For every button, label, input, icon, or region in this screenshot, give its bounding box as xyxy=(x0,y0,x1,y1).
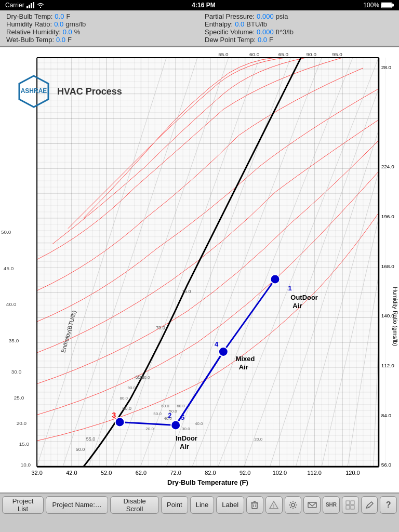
svg-text:45.0: 45.0 xyxy=(4,265,14,271)
svg-text:95.0: 95.0 xyxy=(332,51,342,57)
data-header: Dry-Bulb Temp: 0.0 F Humidity Ratio: 0.0… xyxy=(0,10,399,46)
svg-text:112.0: 112.0 xyxy=(381,363,394,368)
line-button[interactable]: Line xyxy=(190,496,215,514)
svg-text:80.0: 80.0 xyxy=(120,396,128,401)
dry-bulb-row: Dry-Bulb Temp: 0.0 F xyxy=(6,12,194,20)
partial-pressure-value: 0.000 xyxy=(257,12,274,20)
point-3[interactable] xyxy=(115,418,125,427)
svg-rect-5 xyxy=(392,4,394,7)
svg-text:120.0: 120.0 xyxy=(345,470,360,476)
svg-text:4: 4 xyxy=(215,340,219,348)
svg-text:30.0: 30.0 xyxy=(182,427,190,431)
settings-button[interactable] xyxy=(285,496,302,514)
svg-text:84.0: 84.0 xyxy=(381,413,392,418)
svg-text:50.0: 50.0 xyxy=(76,447,85,452)
dew-point-row: Dew Point Temp: 0.0 F xyxy=(205,36,393,44)
svg-text:InDoor: InDoor xyxy=(176,434,197,442)
svg-text:92.0: 92.0 xyxy=(240,470,250,476)
pen-button[interactable] xyxy=(361,496,378,514)
svg-text:55.0: 55.0 xyxy=(218,51,229,57)
toolbar: Project List Project Name:… Disable Scro… xyxy=(0,493,399,516)
warning-icon: ! xyxy=(269,500,278,510)
chart-area[interactable]: ASHRAE HVAC Process xyxy=(0,46,399,493)
specific-volume-row: Specific Volume: 0.000 ft^3/lb xyxy=(205,28,393,36)
psychrometric-chart[interactable]: 32.0 42.0 52.0 62.0 72.0 82.0 92.0 102.0… xyxy=(0,47,399,493)
svg-rect-227 xyxy=(346,506,350,509)
dew-point-label: Dew Point Temp: xyxy=(205,36,256,44)
gear-icon xyxy=(288,500,298,510)
specific-volume-value: 0.000 xyxy=(257,28,274,36)
svg-text:56.0: 56.0 xyxy=(381,462,392,468)
point-mixed[interactable] xyxy=(219,347,228,356)
svg-text:50.0: 50.0 xyxy=(153,411,162,416)
svg-text:40.0: 40.0 xyxy=(164,416,172,421)
humidity-ratio-unit: grns/lb xyxy=(65,20,86,28)
svg-text:Mixed: Mixed xyxy=(236,355,255,363)
trash-icon xyxy=(250,500,259,510)
wifi-icon xyxy=(37,2,44,8)
svg-text:112.0: 112.0 xyxy=(308,470,322,476)
svg-text:1: 1 xyxy=(288,284,291,292)
svg-text:40.0: 40.0 xyxy=(6,301,17,307)
svg-text:65.0: 65.0 xyxy=(278,51,289,57)
svg-text:15.0: 15.0 xyxy=(19,441,30,447)
svg-text:62.0: 62.0 xyxy=(136,470,147,476)
svg-text:20.0: 20.0 xyxy=(17,420,27,426)
svg-rect-6 xyxy=(381,3,392,7)
svg-text:Dry-Bulb Temperature (F): Dry-Bulb Temperature (F) xyxy=(167,478,248,486)
dry-bulb-unit: F xyxy=(66,12,70,20)
grid-icon xyxy=(345,500,355,510)
point-button[interactable]: Point xyxy=(161,496,188,514)
humidity-ratio-row: Humidity Ratio: 0.0 grns/lb xyxy=(6,20,194,28)
chart-title: HVAC Process xyxy=(57,86,122,97)
svg-point-223 xyxy=(291,503,295,507)
grid-button[interactable] xyxy=(342,496,359,514)
signal-icon xyxy=(26,2,35,8)
svg-text:196.0: 196.0 xyxy=(381,214,394,219)
shr-button[interactable]: SHR xyxy=(323,496,340,514)
disable-scroll-button[interactable]: Disable Scroll xyxy=(110,496,159,514)
ashrae-hex-icon: ASHRAE xyxy=(16,73,52,110)
partial-pressure-label: Partial Pressure: xyxy=(205,12,255,20)
project-list-button[interactable]: Project List xyxy=(2,496,44,514)
battery-icon xyxy=(381,2,394,8)
trash-button[interactable] xyxy=(246,496,263,514)
svg-text:28.0: 28.0 xyxy=(381,64,392,70)
point-outdoor[interactable] xyxy=(271,274,280,284)
dew-point-unit: F xyxy=(269,36,273,44)
battery-percent: 100% xyxy=(363,2,379,9)
humidity-ratio-label: Humidity Ratio: xyxy=(6,20,52,28)
point-indoor[interactable] xyxy=(171,420,180,430)
mail-button[interactable] xyxy=(303,496,321,514)
svg-text:168.0: 168.0 xyxy=(381,263,394,269)
svg-text:20.0: 20.0 xyxy=(255,437,263,442)
svg-text:Air: Air xyxy=(180,443,189,450)
svg-text:3: 3 xyxy=(112,411,116,419)
svg-text:Humidity Ratio (gms/lb): Humidity Ratio (gms/lb) xyxy=(392,287,398,346)
svg-text:60.0: 60.0 xyxy=(177,404,185,408)
specific-volume-unit: ft^3/lb xyxy=(276,28,294,36)
svg-text:32.0: 32.0 xyxy=(31,470,42,476)
enthalpy-label: Enthalpy: xyxy=(205,20,233,28)
svg-text:100.0: 100.0 xyxy=(139,375,150,380)
label-button[interactable]: Label xyxy=(216,496,244,514)
svg-text:60.0: 60.0 xyxy=(123,406,131,411)
svg-text:90.0: 90.0 xyxy=(307,51,317,57)
status-bar: Carrier 4:16 PM 100% xyxy=(0,0,399,10)
svg-text:60.0: 60.0 xyxy=(161,404,169,408)
svg-rect-226 xyxy=(351,501,354,504)
project-name-button[interactable]: Project Name:… xyxy=(46,496,108,514)
pen-icon xyxy=(365,500,374,510)
relative-humidity-value: 0.0 xyxy=(63,28,72,36)
svg-text:75.0: 75.0 xyxy=(182,289,191,294)
svg-text:ASHRAE: ASHRAE xyxy=(21,87,47,95)
wet-bulb-label: Wet-Bulb Temp: xyxy=(6,36,54,44)
svg-text:102.0: 102.0 xyxy=(273,470,287,476)
help-button[interactable]: ? xyxy=(380,496,397,514)
specific-volume-label: Specific Volume: xyxy=(205,28,255,36)
warning-button[interactable]: ! xyxy=(265,496,283,514)
svg-rect-2 xyxy=(31,3,32,8)
svg-text:50.0: 50.0 xyxy=(1,229,11,235)
relative-humidity-unit: % xyxy=(74,28,81,36)
battery-info: 100% xyxy=(363,2,394,9)
